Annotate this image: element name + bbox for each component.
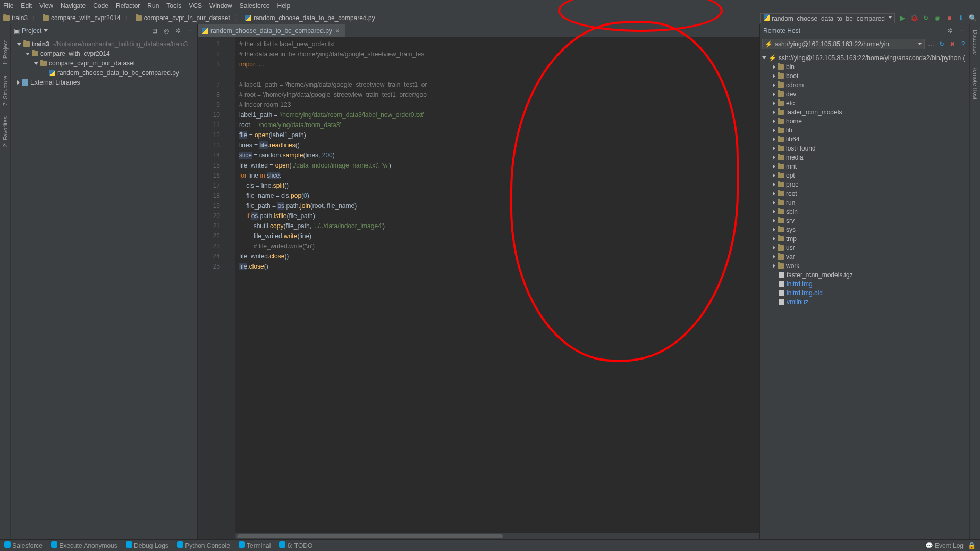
close-tab-button[interactable]: × [334, 27, 341, 35]
event-log-button[interactable]: 💬 Event Log [925, 542, 964, 549]
settings-button[interactable]: ✲ [946, 27, 954, 35]
tree-arrow-icon[interactable] [773, 155, 775, 160]
statusbar-item[interactable]: 6: TODO [279, 541, 312, 549]
menu-salesforce[interactable]: Salesforce [240, 2, 270, 10]
remote-folder[interactable]: srv [760, 216, 969, 225]
statusbar-item[interactable]: Execute Anonymous [51, 541, 117, 549]
remote-root[interactable]: ⚡ ssh://ying@162.105.85.163:22/home/ying… [760, 53, 969, 62]
tree-arrow-icon[interactable] [773, 201, 775, 205]
remote-tree[interactable]: ⚡ ssh://ying@162.105.85.163:22/home/ying… [760, 51, 969, 539]
stop-button[interactable]: ■ [945, 14, 953, 22]
tree-arrow-icon[interactable] [773, 128, 775, 132]
remote-folder[interactable]: sys [760, 225, 969, 234]
remote-folder[interactable]: tmp [760, 234, 969, 243]
remote-folder[interactable]: root [760, 189, 969, 198]
menu-code[interactable]: Code [93, 2, 108, 10]
project-tree[interactable]: train3 ~/Nutstore/manhantan_building_dat… [11, 37, 197, 539]
remote-folder[interactable]: boot [760, 71, 969, 80]
statusbar-item[interactable]: Terminal [239, 541, 271, 549]
tree-arrow-icon[interactable] [773, 74, 775, 78]
remote-folder[interactable]: opt [760, 171, 969, 180]
tree-arrow-icon[interactable] [773, 65, 775, 69]
remote-folder[interactable]: media [760, 153, 969, 162]
tree-arrow-icon[interactable] [773, 146, 775, 151]
menu-window[interactable]: Window [209, 2, 232, 10]
remote-folder[interactable]: var [760, 252, 969, 261]
menu-view[interactable]: View [39, 2, 53, 10]
tree-arrow-icon[interactable] [17, 80, 20, 85]
menu-vcs[interactable]: VCS [189, 2, 202, 10]
remote-folder[interactable]: run [760, 198, 969, 207]
menu-tools[interactable]: Tools [166, 2, 181, 10]
editor[interactable]: 123 78910111213141516171819202122232425 … [198, 37, 759, 539]
tree-arrow-icon[interactable] [773, 137, 775, 141]
statusbar-item[interactable]: Debug Logs [126, 541, 168, 549]
remote-file[interactable]: faster_rcnn_models.tgz [760, 270, 969, 279]
coverage-button[interactable]: ◉ [933, 14, 942, 22]
remote-folder[interactable]: lib64 [760, 135, 969, 144]
hide-button[interactable]: ⎼ [958, 27, 966, 35]
vcs-update-button[interactable]: ⬇ [957, 14, 965, 22]
tree-row[interactable]: External Libraries [11, 78, 197, 87]
statusbar-item[interactable]: Salesforce [4, 541, 43, 549]
run-button[interactable]: ▶ [898, 14, 907, 22]
target-button[interactable]: ◎ [162, 27, 171, 35]
toolwindow-tab[interactable]: Remote Host [972, 65, 978, 99]
tree-arrow-icon[interactable] [762, 56, 766, 59]
remote-folder[interactable]: proc [760, 180, 969, 189]
remote-folder[interactable]: lib [760, 126, 969, 135]
menu-help[interactable]: Help [277, 2, 290, 10]
remote-folder[interactable]: dev [760, 89, 969, 98]
tree-row[interactable]: compare_with_cvpr2014 [11, 49, 197, 59]
tree-arrow-icon[interactable] [26, 53, 30, 55]
chevron-down-icon[interactable] [44, 29, 48, 32]
tree-arrow-icon[interactable] [773, 264, 775, 268]
statusbar-item[interactable]: Python Console [177, 541, 230, 549]
tree-row[interactable]: train3 ~/Nutstore/manhantan_building_dat… [11, 39, 197, 49]
breadcrumb-item[interactable]: train3 [3, 14, 28, 22]
tree-arrow-icon[interactable] [773, 255, 775, 259]
breadcrumb-item[interactable]: compare_with_cvpr2014 [43, 14, 121, 22]
tree-arrow-icon[interactable] [773, 191, 775, 196]
breadcrumb-item[interactable]: random_choose_data_to_be_compared.py [245, 14, 375, 22]
tree-arrow-icon[interactable] [773, 119, 775, 123]
tree-row[interactable]: random_choose_data_to_be_compared.py [11, 68, 197, 78]
remote-folder[interactable]: home [760, 116, 969, 126]
menu-run[interactable]: Run [147, 2, 159, 10]
menu-edit[interactable]: Edit [21, 2, 32, 10]
help-button[interactable]: ? [959, 40, 967, 48]
run-config-select[interactable]: random_choose_data_to_be_compared [760, 13, 895, 23]
settings-button[interactable]: ✲ [174, 27, 182, 35]
remote-file[interactable]: initrd.img [760, 279, 969, 288]
menu-file[interactable]: File [3, 2, 13, 10]
remote-folder[interactable]: faster_rcnn_models [760, 107, 969, 116]
remote-path-select[interactable]: ⚡ ssh://ying@162.105.85.163:22/home/yin [762, 39, 925, 49]
horizontal-scrollbar[interactable] [235, 533, 759, 539]
hide-button[interactable]: ⎼ [185, 27, 194, 35]
menu-navigate[interactable]: Navigate [61, 2, 86, 10]
tree-arrow-icon[interactable] [773, 219, 775, 223]
toolwindow-tab[interactable]: 2: Favorites [2, 116, 9, 147]
tree-arrow-icon[interactable] [773, 237, 775, 241]
remote-folder[interactable]: cdrom [760, 80, 969, 89]
tree-arrow-icon[interactable] [17, 43, 21, 46]
tree-arrow-icon[interactable] [773, 246, 775, 250]
tree-arrow-icon[interactable] [773, 92, 775, 96]
tree-row[interactable]: compare_cvpr_in_our_dataset [11, 59, 197, 68]
remote-folder[interactable]: sbin [760, 207, 969, 216]
tree-arrow-icon[interactable] [773, 110, 775, 114]
remote-file[interactable]: vmlinuz [760, 297, 969, 306]
toolwindow-tab[interactable]: Database [972, 30, 978, 55]
disconnect-button[interactable]: ✖ [948, 40, 957, 48]
menu-refactor[interactable]: Refactor [116, 2, 140, 10]
tree-arrow-icon[interactable] [773, 228, 775, 232]
tree-arrow-icon[interactable] [773, 182, 775, 187]
toolwindow-tab[interactable]: 7: Structure [2, 76, 9, 106]
statusbar-lock-icon[interactable]: 🔒 [968, 542, 976, 549]
remote-folder[interactable]: etc [760, 98, 969, 107]
debug-button[interactable]: 🐞 [910, 14, 918, 22]
remote-file[interactable]: initrd.img.old [760, 288, 969, 297]
remote-folder[interactable]: mnt [760, 162, 969, 171]
tree-arrow-icon[interactable] [34, 62, 38, 65]
toolwindow-tab[interactable]: 1: Project [2, 40, 9, 65]
